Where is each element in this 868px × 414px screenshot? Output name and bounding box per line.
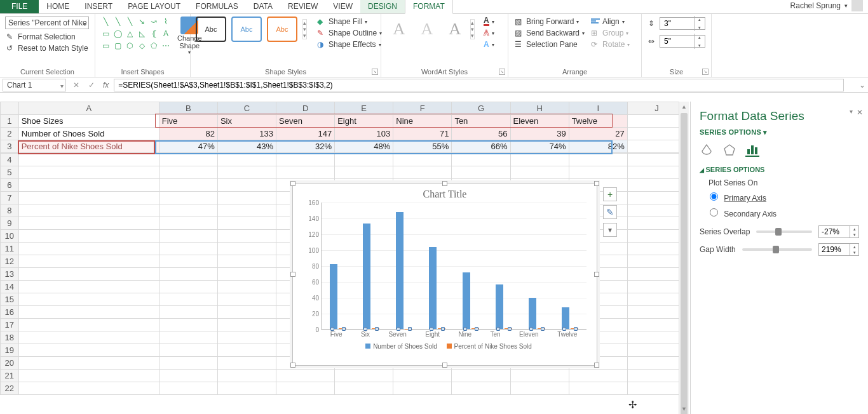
resize-handle[interactable] [594,363,599,368]
size-launcher[interactable]: ↘ [702,69,709,75]
cell[interactable]: Eleven [510,115,569,128]
cell[interactable]: Five [159,115,217,128]
scrollbar-thumb[interactable] [681,113,688,414]
gap-width-input[interactable]: ▴▾ [818,243,859,256]
resize-handle[interactable] [594,272,599,277]
chart-bar[interactable] [330,264,337,330]
send-backward-button[interactable]: ▨Send Backward▾ [513,28,586,38]
cell[interactable] [217,230,276,243]
cell[interactable]: 133 [217,128,276,140]
embedded-chart[interactable]: Chart Title 020406080100120140160 FiveSi… [292,183,597,366]
cell[interactable] [159,344,217,357]
cell[interactable] [217,179,276,192]
cell[interactable] [18,319,159,331]
enter-formula-button[interactable]: ✓ [84,81,99,90]
cell[interactable]: 82 [159,128,217,140]
cell[interactable] [159,230,217,243]
shape-effects-button[interactable]: ◑Shape Effects▾ [316,39,383,50]
col-header[interactable]: H [510,102,569,115]
cell[interactable]: Seven [276,115,335,128]
cell[interactable] [18,204,159,217]
shape-oval-icon[interactable]: ◯ [112,29,123,39]
chart-bar[interactable] [463,272,470,329]
effects-tab-icon[interactable] [722,143,736,157]
cell[interactable] [217,344,276,357]
text-effects-button[interactable]: A▾ [482,39,496,50]
shape-freeform-icon[interactable]: ⌇ [161,17,171,27]
shape-text-icon[interactable]: A [161,29,171,39]
cell[interactable] [18,230,159,243]
shape-outline-button[interactable]: ✎Shape Outline▾ [316,28,383,38]
scroll-up-icon[interactable]: ▲ [679,102,689,112]
shape-fill-button[interactable]: ◆Shape Fill▾ [316,17,383,27]
shape-roundrect-icon[interactable]: ▢ [112,41,123,51]
chart-bar[interactable] [529,298,536,329]
cell[interactable] [393,382,452,395]
tab-insert[interactable]: INSERT [77,0,120,13]
cell[interactable] [627,217,686,230]
wordart-preset[interactable]: A [414,17,440,42]
cell[interactable] [627,204,686,217]
cell[interactable] [18,344,159,357]
shape-height-input[interactable]: ▴▾ [660,17,705,30]
series-options-section[interactable]: SERIES OPTIONS [700,166,859,173]
cell[interactable] [217,357,276,370]
tab-data[interactable]: DATA [246,0,280,13]
shape-rect-icon[interactable]: ▭ [100,41,111,51]
cell[interactable] [217,192,276,204]
cell[interactable]: Twelve [569,115,627,128]
cell[interactable] [18,293,159,306]
chart-element-selector[interactable]: Series "Percent of Nike S [5,17,89,29]
cell[interactable] [627,192,686,204]
cell[interactable] [627,140,686,153]
chart-styles-button[interactable]: ✎ [603,205,617,219]
shape-rtriangle-icon[interactable]: ◺ [137,29,147,39]
cell[interactable] [18,179,159,192]
tab-format[interactable]: FORMAT [405,0,453,14]
cell[interactable] [393,154,452,166]
cell[interactable] [569,382,627,395]
cell[interactable] [627,243,686,255]
resize-handle[interactable] [290,181,295,186]
cell[interactable] [217,293,276,306]
cell[interactable] [159,319,217,331]
wordart-preset[interactable]: A [442,17,468,42]
series-options-tab-icon[interactable] [745,143,759,157]
row-header[interactable]: 1 [1,115,19,128]
cell[interactable] [217,370,276,382]
wordart-preset[interactable]: A [386,17,412,42]
series-overlap-input[interactable]: ▴▾ [818,225,859,238]
vertical-scrollbar[interactable]: ▲ ▼ [679,102,689,414]
cell[interactable] [217,204,276,217]
cell[interactable] [335,166,393,179]
cell[interactable] [452,154,510,166]
fill-and-line-tab-icon[interactable] [700,143,714,157]
cell[interactable] [569,154,627,166]
table-row[interactable]: 3 Percent of Nike Shoes Sold 47% 43% 32%… [1,140,686,153]
shapes-gallery[interactable]: ╲╲╲↘⤻⌇ ▭◯△◺⦃A ▭▢⬡◇⬠⋯ [100,17,171,51]
chart-x-axis[interactable]: FiveSixSevenEightNineTenElevenTwelve [321,331,587,338]
shape-width-input[interactable]: ▴▾ [660,35,705,48]
tab-page-layout[interactable]: PAGE LAYOUT [120,0,188,13]
shape-styles-launcher[interactable]: ↘ [372,69,378,75]
cell[interactable] [627,128,686,140]
text-outline-button[interactable]: A▾ [482,28,496,38]
cell[interactable] [159,268,217,281]
shape-style-preset[interactable]: Abc [231,17,262,42]
cancel-formula-button[interactable]: ✕ [69,81,84,90]
cell[interactable] [627,293,686,306]
cell[interactable]: 43% [217,140,276,153]
col-header[interactable]: C [217,102,276,115]
cell[interactable] [276,166,335,179]
table-row[interactable]: 1 Shoe Sizes Five Six Seven Eight Nine T… [1,115,686,128]
task-pane-options-icon[interactable]: ▾ [850,108,853,115]
resize-handle[interactable] [290,272,295,277]
cell[interactable] [18,281,159,293]
cell[interactable]: 27 [569,128,627,140]
cell[interactable]: Number of Shoes Sold [18,128,159,140]
row-header[interactable]: 5 [1,166,19,179]
chart-bar[interactable] [363,224,370,329]
col-header[interactable]: G [452,102,510,115]
cell[interactable] [569,166,627,179]
cell[interactable] [18,306,159,319]
